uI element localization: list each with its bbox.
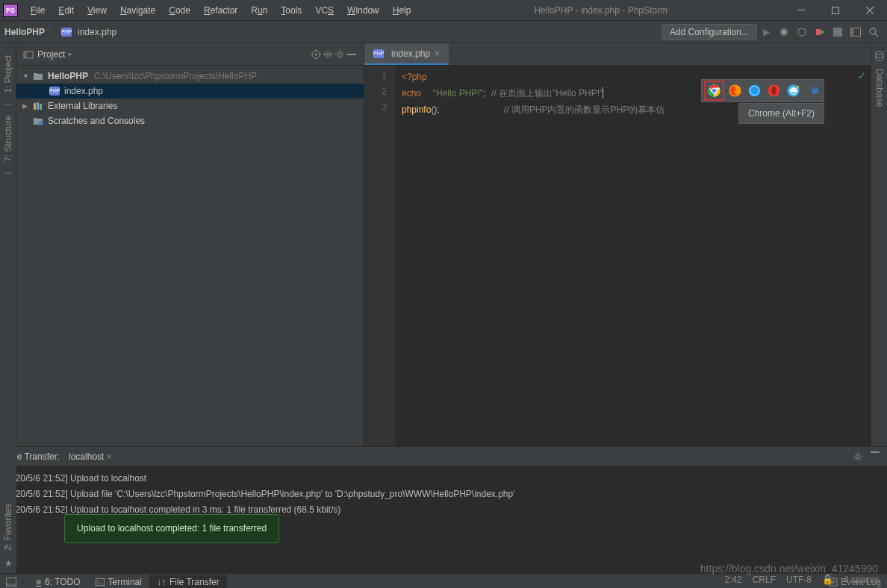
svg-rect-32 (7, 584, 16, 587)
status-position[interactable]: 2:42 (724, 575, 741, 585)
file-transfer-host-tab[interactable]: localhost × (69, 451, 112, 462)
rail-project[interactable]: 1: Project (3, 51, 13, 98)
safari-icon[interactable] (748, 84, 761, 97)
svg-point-23 (749, 85, 761, 97)
editor-gutter: 1 2 3 (364, 66, 396, 446)
project-panel-header: Project ▾ (16, 43, 364, 66)
status-indent[interactable]: 4 spaces (844, 575, 880, 585)
inspection-check-icon[interactable]: ✓ (858, 70, 866, 81)
ie-icon[interactable] (787, 84, 800, 97)
menu-file[interactable]: File (24, 5, 52, 16)
edge-icon[interactable] (806, 84, 819, 97)
hide-panel-icon[interactable] (346, 49, 358, 60)
title-bar: PS File Edit View Navigate Code Refactor… (0, 0, 887, 21)
svg-rect-4 (821, 31, 824, 34)
status-tab-file-transfer[interactable]: ↓↑ File Transfer (149, 575, 227, 589)
menu-navigate[interactable]: Navigate (113, 5, 162, 16)
tree-file-label: index.php (64, 86, 103, 96)
minimize-button[interactable] (784, 0, 818, 21)
menu-run[interactable]: Run (244, 5, 274, 16)
close-tab-icon[interactable]: × (107, 451, 112, 462)
locate-icon[interactable] (310, 49, 322, 60)
tree-root[interactable]: ▼ HelloPHP C:\Users\lzc\PhpstormProjects… (16, 69, 364, 84)
rail-structure[interactable]: 7: Structure (3, 111, 13, 166)
coverage-button[interactable] (794, 24, 810, 40)
debug-button[interactable] (776, 24, 792, 40)
status-encoding[interactable]: UTF-8 (786, 575, 812, 585)
svg-point-13 (338, 52, 342, 56)
status-tab-terminal[interactable]: Terminal (88, 575, 149, 589)
layout-button[interactable] (847, 24, 864, 40)
right-tool-rail: Database (871, 43, 887, 446)
tree-scratches[interactable]: Scratches and Consoles (16, 113, 364, 128)
tree-root-label: HelloPHP (48, 71, 88, 81)
svg-rect-33 (96, 578, 104, 585)
svg-rect-3 (816, 29, 821, 35)
menu-window[interactable]: Window (340, 5, 386, 16)
close-tab-icon[interactable]: × (435, 49, 440, 59)
tree-arrow-icon[interactable]: ▶ (22, 102, 31, 110)
menu-vcs[interactable]: VCS (308, 5, 340, 16)
project-tree: ▼ HelloPHP C:\Users\lzc\PhpstormProjects… (16, 66, 364, 131)
editor-tab-label: index.php (391, 49, 430, 59)
breadcrumb: HelloPHP 〉 PHP index.php (4, 25, 116, 39)
listen-debug-button[interactable] (812, 24, 828, 40)
tree-arrow-icon[interactable]: ▼ (22, 72, 31, 80)
project-dropdown-icon[interactable]: ▾ (68, 51, 72, 58)
menu-code[interactable]: Code (162, 5, 197, 16)
file-transfer-header: File Transfer: localhost × (0, 447, 887, 466)
tree-external-libs[interactable]: ▶ External Libraries (16, 98, 364, 113)
tree-root-path: C:\Users\lzc\PhpstormProjects\HelloPHP (94, 71, 257, 81)
editor-area: PHP index.php × 1 2 3 <?php echo "Hello … (364, 43, 871, 446)
line-number: 3 (364, 100, 387, 116)
svg-rect-15 (34, 103, 36, 110)
app-icon: PS (3, 4, 18, 17)
window-title: HelloPHP - index.php - PhpStorm (417, 5, 784, 16)
status-line-ending[interactable]: CRLF (753, 575, 776, 585)
database-rail-icon[interactable] (875, 51, 884, 61)
folder-icon (33, 72, 43, 81)
php-file-icon: PHP (373, 49, 384, 58)
status-tab-todo[interactable]: ≡ 6: TODO (28, 575, 88, 589)
left-tool-rail: 1: Project 7: Structure (0, 43, 16, 446)
menu-edit[interactable]: Edit (52, 5, 81, 16)
panel-settings-icon[interactable] (853, 451, 863, 462)
star-icon: ★ (4, 558, 13, 569)
run-config-button[interactable]: Add Configuration... (662, 24, 757, 40)
upload-notification: Upload to localhost completed: 1 file tr… (64, 514, 279, 543)
tree-file[interactable]: PHP index.php (16, 84, 364, 98)
svg-point-28 (876, 51, 883, 54)
search-everywhere-button[interactable] (865, 24, 882, 40)
breadcrumb-project[interactable]: HelloPHP (4, 27, 45, 37)
hide-panel-icon[interactable] (871, 451, 880, 462)
rail-database[interactable]: Database (874, 64, 885, 111)
bottom-panel: File Transfer: localhost × [2020/5/6 21:… (0, 446, 887, 573)
editor-tab[interactable]: PHP index.php × (364, 43, 449, 65)
settings-icon[interactable] (334, 49, 346, 60)
breadcrumb-file[interactable]: index.php (78, 27, 116, 37)
file-transfer-log[interactable]: [2020/5/6 21:52] Upload to localhost [20… (0, 466, 887, 573)
editor-tabs: PHP index.php × (364, 43, 871, 66)
tree-scratches-label: Scratches and Consoles (48, 116, 145, 126)
expand-icon[interactable] (322, 49, 334, 60)
project-view-icon (22, 49, 34, 60)
chrome-highlight (704, 81, 724, 101)
log-line: [2020/5/6 21:52] Upload to localhost (3, 471, 886, 487)
maximize-button[interactable] (818, 0, 853, 21)
menu-tools[interactable]: Tools (274, 5, 308, 16)
project-panel-title[interactable]: Project (37, 49, 65, 60)
rail-favorites[interactable]: 2: Favorites (3, 499, 13, 555)
tree-external-label: External Libraries (48, 101, 117, 111)
stop-button[interactable] (830, 24, 846, 40)
run-button[interactable]: ▶ (758, 24, 774, 40)
menu-view[interactable]: View (81, 5, 113, 16)
status-readonly-icon[interactable]: 🔓 (822, 575, 833, 585)
chrome-icon[interactable] (708, 84, 721, 97)
firefox-icon[interactable] (729, 84, 741, 97)
tool-window-button[interactable] (6, 578, 16, 587)
menu-refactor[interactable]: Refactor (197, 5, 244, 16)
status-tabs: ≡ 6: TODO Terminal ↓↑ File Transfer (28, 575, 227, 589)
menu-help[interactable]: Help (386, 5, 418, 16)
opera-icon[interactable] (768, 84, 780, 97)
close-button[interactable] (853, 0, 887, 21)
